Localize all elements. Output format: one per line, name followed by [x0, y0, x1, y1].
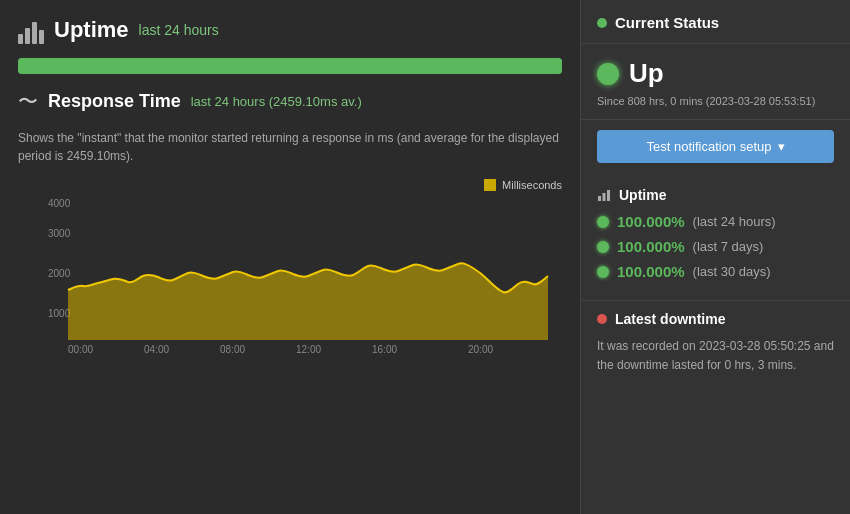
uptime-stats-header: Uptime — [597, 187, 834, 203]
uptime-period-24h: (last 24 hours) — [693, 214, 776, 229]
test-notification-button[interactable]: Test notification setup ▾ — [597, 130, 834, 163]
chart-legend-label: Milliseconds — [502, 179, 562, 191]
svg-text:04:00: 04:00 — [144, 344, 169, 355]
test-notification-label: Test notification setup — [646, 139, 771, 154]
current-status-title: Current Status — [615, 14, 719, 31]
uptime-dot-7d — [597, 241, 609, 253]
left-panel: Uptime last 24 hours 〜 Response Time las… — [0, 0, 580, 514]
uptime-row-30d: 100.000% (last 30 days) — [597, 263, 834, 280]
svg-text:20:00: 20:00 — [468, 344, 493, 355]
uptime-title: Uptime — [54, 17, 129, 43]
uptime-progress-fill — [18, 58, 562, 74]
svg-text:08:00: 08:00 — [220, 344, 245, 355]
uptime-row-7d: 100.000% (last 7 days) — [597, 238, 834, 255]
bar-chart-icon — [18, 16, 44, 44]
uptime-header: Uptime last 24 hours — [18, 16, 562, 44]
svg-rect-11 — [603, 193, 606, 201]
uptime-percent-7d: 100.000% — [617, 238, 685, 255]
response-desc: Shows the "instant" that the monitor sta… — [18, 129, 562, 165]
current-status-header: Current Status — [581, 0, 850, 44]
uptime-period-30d: (last 30 days) — [693, 264, 771, 279]
downtime-dot — [597, 314, 607, 324]
status-up-row: Up — [597, 58, 834, 89]
chart-container: Milliseconds 4000 3000 2000 1000 00:00 0… — [18, 179, 562, 498]
current-status-dot — [597, 18, 607, 28]
uptime-stats-title: Uptime — [619, 187, 666, 203]
uptime-stats-section: Uptime 100.000% (last 24 hours) 100.000%… — [581, 177, 850, 301]
right-panel: Current Status Up Since 808 hrs, 0 mins … — [580, 0, 850, 514]
svg-rect-10 — [598, 196, 601, 201]
status-since: Since 808 hrs, 0 mins (2023-03-28 05:53:… — [597, 95, 834, 107]
uptime-percent-30d: 100.000% — [617, 263, 685, 280]
downtime-desc: It was recorded on 2023-03-28 05:50:25 a… — [597, 337, 834, 375]
uptime-dot-30d — [597, 266, 609, 278]
svg-text:3000: 3000 — [48, 228, 71, 239]
latest-downtime-title: Latest downtime — [615, 311, 725, 327]
svg-text:00:00: 00:00 — [68, 344, 93, 355]
status-up-section: Up Since 808 hrs, 0 mins (2023-03-28 05:… — [581, 44, 850, 120]
uptime-row-24h: 100.000% (last 24 hours) — [597, 213, 834, 230]
svg-text:2000: 2000 — [48, 268, 71, 279]
uptime-bar-icon — [597, 188, 611, 202]
svg-text:4000: 4000 — [48, 198, 71, 209]
chevron-down-icon: ▾ — [778, 139, 785, 154]
svg-rect-12 — [607, 190, 610, 201]
uptime-progress-bar — [18, 58, 562, 74]
uptime-percent-24h: 100.000% — [617, 213, 685, 230]
status-up-dot — [597, 63, 619, 85]
response-period: last 24 hours (2459.10ms av.) — [191, 94, 362, 109]
uptime-period: last 24 hours — [139, 22, 219, 38]
chart-svg: 4000 3000 2000 1000 00:00 04:00 08:00 12… — [18, 195, 562, 359]
latest-downtime-header: Latest downtime — [597, 311, 834, 327]
svg-text:16:00: 16:00 — [372, 344, 397, 355]
status-up-text: Up — [629, 58, 664, 89]
chart-legend: Milliseconds — [18, 179, 562, 191]
uptime-period-7d: (last 7 days) — [693, 239, 764, 254]
svg-text:12:00: 12:00 — [296, 344, 321, 355]
svg-text:1000: 1000 — [48, 308, 71, 319]
response-header: 〜 Response Time last 24 hours (2459.10ms… — [18, 88, 562, 115]
response-icon: 〜 — [18, 88, 38, 115]
latest-downtime-section: Latest downtime It was recorded on 2023-… — [581, 301, 850, 389]
response-title: Response Time — [48, 91, 181, 112]
uptime-dot-24h — [597, 216, 609, 228]
legend-color-box — [484, 179, 496, 191]
